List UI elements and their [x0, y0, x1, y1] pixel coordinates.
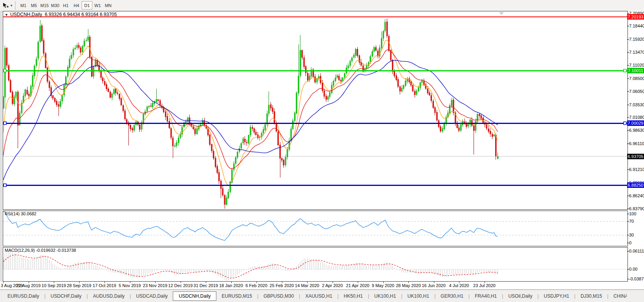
toolbar: ▼ M1M5M15M30H1H4D1W1MN [0, 0, 644, 11]
price-level-label: 7.20193 [627, 14, 644, 20]
collapse-chart-icon[interactable]: ▼ [5, 13, 8, 17]
chart-ohlc-values: 6.93326 6.94434 6.93164 6.93705 [45, 12, 117, 17]
rsi-current-value: 30.0682 [21, 211, 37, 216]
chart-tab-usdcad-daily[interactable]: USDCAD,Daily [131, 292, 173, 300]
macd-signal-value: -0.013738 [57, 248, 76, 253]
rsi-axis-label: 70 [629, 219, 644, 224]
price-axis-label: 6.83790 [629, 206, 644, 211]
price-axis-label: 7.15920 [629, 37, 644, 42]
chart-tab-ger30-h1[interactable]: GER30,H1 [435, 292, 468, 300]
timeframe-button-m1[interactable]: M1 [18, 1, 29, 9]
chart-tab-bar: EURUSD,Daily|USDCHF,Daily|AUDUSD,Daily|U… [0, 289, 644, 302]
price-axis-label: 7.01080 [629, 115, 644, 120]
rsi-axis-label: 30 [629, 233, 644, 238]
chart-tab-usdjpy-h1[interactable]: USDJPY,H1 [539, 292, 574, 300]
timeframe-button-h4[interactable]: H4 [71, 1, 82, 9]
macd-canvas[interactable] [3, 247, 627, 281]
chart-tab-audusd-daily[interactable]: AUDUSD,Daily [88, 292, 130, 300]
macd-main-value: -0.019632 [36, 248, 55, 253]
chart-tab-fra40-h1[interactable]: FRA40,H1 [470, 292, 502, 300]
timeframe-button-d1[interactable]: D1 [82, 1, 92, 9]
timeframe-button-m30[interactable]: M30 [50, 1, 60, 9]
timeframe-button-w1[interactable]: W1 [92, 1, 103, 9]
chart-tab-dj30-m15[interactable]: DJ30,M15 [575, 292, 607, 300]
chart-tab-eurusd-m15[interactable]: EURUSD,M15 [216, 292, 257, 300]
rsi-axis-label: 0 [629, 240, 644, 246]
chevron-down-icon[interactable]: ▼ [10, 4, 13, 7]
cursor-tool-icon[interactable] [2, 2, 9, 9]
chart-tab-uk100-h1[interactable]: UK100,H1 [402, 292, 434, 300]
price-axis-label: 6.91210 [629, 167, 644, 172]
price-axis-label: 6.86240 [629, 193, 644, 198]
timeframe-button-m5[interactable]: M5 [29, 1, 39, 9]
tab-strip: EURUSD,Daily|USDCHF,Daily|AUDUSD,Daily|U… [2, 290, 627, 302]
price-axis-label: 7.18440 [629, 24, 644, 29]
chart-tab-uk100-h1[interactable]: UK100,H1 [369, 292, 401, 300]
chart-tab-usdchf-daily[interactable]: USDCHF,Daily [46, 292, 87, 300]
chart-tab-hk50-h1[interactable]: HK50,H1 [338, 292, 368, 300]
macd-axis-label: 0.00 [629, 267, 644, 272]
chart-tab-xauusd-h1[interactable]: XAUUSD,H1 [300, 292, 337, 300]
macd-axis-label: -0.038777 [629, 277, 644, 282]
rsi-canvas[interactable] [3, 211, 627, 246]
chart-symbol-period: USDCNH,Daily [10, 12, 42, 17]
rsi-axis-label: 100 [629, 211, 644, 216]
price-axis-label: 7.06050 [629, 89, 644, 94]
price-axis-label: 6.98630 [629, 128, 644, 133]
chart-tab-usoil-daily[interactable]: USOil,Daily [503, 292, 537, 300]
macd-label: MACD(12,26,9) -0.019632 -0.013738 [5, 248, 76, 253]
macd-axis-label: 0.061119 [629, 249, 644, 254]
price-chart-canvas[interactable] [3, 11, 627, 209]
price-axis-label: 7.11020 [629, 63, 644, 68]
price-level-label: 6.88250 [627, 182, 644, 188]
price-axis-label: 6.96110 [629, 141, 644, 146]
price-level-label: 6.93705 [627, 154, 644, 159]
timeframe-button-h1[interactable]: H1 [60, 1, 71, 9]
chart-tab-usdcnh-daily[interactable]: USDCNH,Daily [173, 291, 216, 301]
price-level-label: 7.10011 [627, 68, 644, 73]
chart-tab-eurusd-daily[interactable]: EURUSD,Daily [2, 292, 44, 300]
timeframe-button-m15[interactable]: M15 [39, 1, 50, 9]
window-frame-line [2, 11, 2, 289]
chart-tab-gbpusd-m30[interactable]: GBPUSD,M30 [258, 292, 299, 300]
chart-tab-china300-h4[interactable]: CHINA300,H4 [608, 292, 627, 300]
timeframe-button-mn[interactable]: MN [103, 1, 113, 9]
price-axis-label: 7.08500 [629, 76, 644, 81]
price-axis-label: 7.03530 [629, 102, 644, 107]
toolbar-separator [15, 2, 16, 9]
rsi-label: RSI(14) 30.0682 [5, 211, 37, 216]
mt4-workspace: { "toolbar": { "timeframes": [ {"label":… [0, 0, 644, 302]
chart-title: ▼USDCNH,Daily 6.93326 6.94434 6.93164 6.… [5, 12, 117, 17]
price-axis-label: 7.13470 [629, 50, 644, 55]
window-frame-line [0, 11, 0, 289]
price-level-label: 7.00029 [627, 120, 644, 126]
date-axis-label: 23 Jul 2020 [470, 283, 499, 288]
